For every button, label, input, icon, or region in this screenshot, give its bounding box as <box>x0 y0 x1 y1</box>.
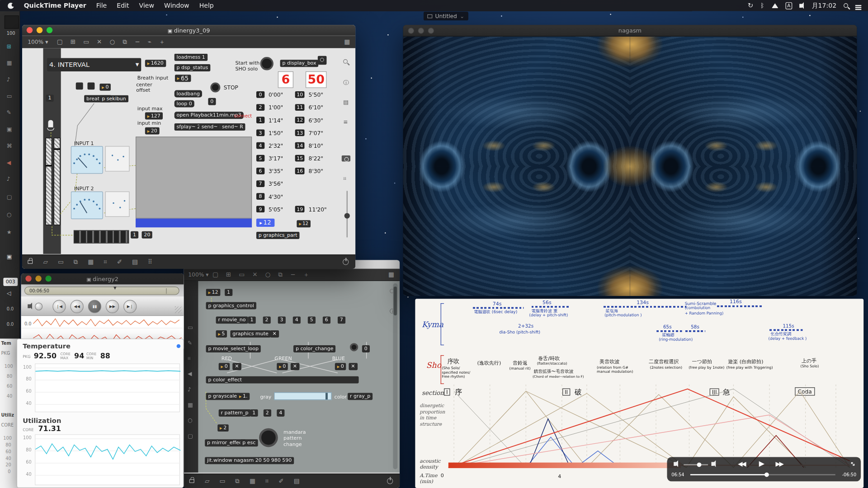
resize-handle[interactable] <box>175 306 182 313</box>
minus-tool-icon[interactable]: − <box>135 38 140 45</box>
cue-row[interactable]: 00'00" <box>256 91 283 98</box>
zoom-select[interactable]: 100% ▾ <box>28 39 48 45</box>
delete-tool-icon[interactable]: ✕ <box>97 38 102 45</box>
number-box[interactable]: 0 <box>208 98 216 105</box>
book-icon[interactable]: ▤ <box>343 99 349 105</box>
menu-view[interactable]: View <box>139 2 154 9</box>
note-icon[interactable]: ♪ <box>7 76 10 82</box>
mixer-icon[interactable]: ⌗ <box>343 175 346 182</box>
chevron-down-icon[interactable]: ⌄ <box>460 13 464 19</box>
cue-row[interactable]: 95'05" <box>256 206 283 213</box>
gain-slider-track[interactable] <box>347 191 348 237</box>
select-icon[interactable]: ▱ <box>205 478 209 485</box>
seek-bar[interactable] <box>690 474 835 475</box>
grid-icon[interactable]: ▦ <box>7 60 12 66</box>
cue-row[interactable]: 42'32" <box>256 142 283 149</box>
lock-icon[interactable]: ▣ <box>7 253 12 259</box>
mandara-button[interactable] <box>259 428 278 447</box>
layers-icon[interactable]: ⧉ <box>235 478 240 485</box>
p-graphics-part[interactable]: p graphics_part <box>256 232 300 239</box>
mute-toggle[interactable]: ✕ <box>270 330 279 338</box>
menubar-clock[interactable]: 月17:02 <box>812 1 837 9</box>
arrow-icon[interactable]: ◀ <box>7 160 11 165</box>
nagasm-titlebar[interactable]: nagasm <box>403 25 857 37</box>
camera-icon[interactable] <box>342 155 351 161</box>
dots-icon[interactable]: ⠿ <box>148 258 152 266</box>
blue-kill[interactable]: ✕ <box>349 363 357 370</box>
qt-scrubber[interactable]: 00:06:50 ▼ <box>24 286 179 295</box>
cue-row[interactable]: 84'30" <box>256 193 283 200</box>
matrix-grid[interactable] <box>74 230 129 243</box>
grid-toggle-icon[interactable]: ▦ <box>388 271 394 278</box>
number-box[interactable]: ▶5 <box>216 330 227 338</box>
start-bang-button[interactable] <box>260 57 274 70</box>
volume-max-icon[interactable] <box>711 462 714 466</box>
slider-handle[interactable] <box>326 393 328 399</box>
lock-icon[interactable] <box>189 479 194 483</box>
keyboard-icon[interactable]: ▤ <box>294 478 300 485</box>
wrench-icon[interactable]: ✐ <box>117 258 122 266</box>
cue-row[interactable]: 168'30" <box>295 168 323 174</box>
number-box[interactable]: 1 <box>131 231 138 239</box>
number-box[interactable]: 0 <box>362 345 370 352</box>
movie-button[interactable]: 5 <box>308 316 316 324</box>
pencil-icon[interactable]: ✎ <box>7 109 11 115</box>
p-color-effect[interactable]: p color_effect <box>206 376 359 384</box>
hash-icon[interactable]: ⌗ <box>265 478 269 485</box>
gray-slider[interactable] <box>274 392 331 400</box>
number-box[interactable]: ▶1620 <box>145 60 166 67</box>
link-tool-icon[interactable]: ⌁ <box>148 38 151 45</box>
app-menu[interactable]: QuickTime Player <box>24 2 86 9</box>
box-icon[interactable]: ▢ <box>7 194 12 200</box>
select-icon[interactable]: ▱ <box>43 258 48 266</box>
p-dsp-status[interactable]: p dsp_status <box>175 64 210 71</box>
number-box[interactable]: ▶12 <box>206 289 221 296</box>
circle-tool-icon[interactable]: ○ <box>110 38 115 45</box>
input-source-icon[interactable]: A <box>785 2 793 9</box>
menu-help[interactable]: Help <box>199 2 214 9</box>
number-box[interactable]: 20 <box>142 231 152 239</box>
speaker-icon[interactable]: ♪ <box>7 176 10 182</box>
fullscreen-icon[interactable]: ↔ <box>849 460 857 468</box>
timemachine-icon[interactable]: ↻ <box>748 2 753 9</box>
stop-bang-button[interactable] <box>210 82 220 92</box>
seek-thumb[interactable] <box>764 473 769 477</box>
plus-tool-icon[interactable]: ＋ <box>303 271 309 279</box>
open-message[interactable]: open Playback11min.mp3 <box>175 112 244 119</box>
zoom-button[interactable] <box>45 276 51 282</box>
comment-icon[interactable]: ▭ <box>58 258 64 266</box>
blue-number[interactable]: ▶0 <box>335 363 346 370</box>
circle-icon[interactable]: ○ <box>7 211 12 217</box>
grid-toggle-icon[interactable]: ▦ <box>344 38 350 45</box>
cue-row[interactable]: 137'07" <box>295 130 323 136</box>
green-number[interactable]: ▶0 <box>277 363 288 370</box>
zoom-select[interactable]: 100% ▾ <box>188 272 208 277</box>
cue-row[interactable]: 116'10" <box>295 104 323 111</box>
power-icon[interactable] <box>343 259 349 265</box>
search-icon[interactable] <box>844 3 848 8</box>
toggle-box[interactable]: 1 <box>225 289 232 296</box>
number-box[interactable]: ▶0 <box>99 84 111 91</box>
button-box[interactable] <box>87 82 94 89</box>
fast-forward-button[interactable]: ▶▶ <box>776 460 783 468</box>
movie-button[interactable]: 7 <box>338 316 345 324</box>
grid-icon[interactable]: ▦ <box>250 478 255 485</box>
volume-slider[interactable] <box>684 464 708 465</box>
dinergy2-titlebar[interactable]: ▣ dinergy2 <box>21 273 184 284</box>
search-icon[interactable] <box>343 59 348 64</box>
hash-icon[interactable]: ⌗ <box>104 258 107 266</box>
send-r-box[interactable]: send~ R <box>220 123 245 131</box>
movie-button[interactable]: 2 <box>263 316 271 324</box>
cue-row[interactable]: 21'00" <box>256 104 283 111</box>
p-graphics-control[interactable]: p graphics_control <box>206 302 256 310</box>
rect-tool-icon[interactable]: ▢ <box>212 271 218 278</box>
cue-row[interactable]: 126'30" <box>295 117 323 123</box>
comment-tool-icon[interactable]: ▭ <box>83 38 89 45</box>
movie-button[interactable]: 1 <box>248 316 256 324</box>
wrench-icon[interactable]: ✐ <box>278 478 283 485</box>
menu-file[interactable]: File <box>96 2 107 9</box>
layers-tool-icon[interactable]: ⧉ <box>123 38 127 45</box>
kaleidoscope-video[interactable] <box>403 37 857 296</box>
info-icon[interactable]: ⓘ <box>343 79 349 87</box>
scrollbar-thumb[interactable] <box>394 286 397 315</box>
